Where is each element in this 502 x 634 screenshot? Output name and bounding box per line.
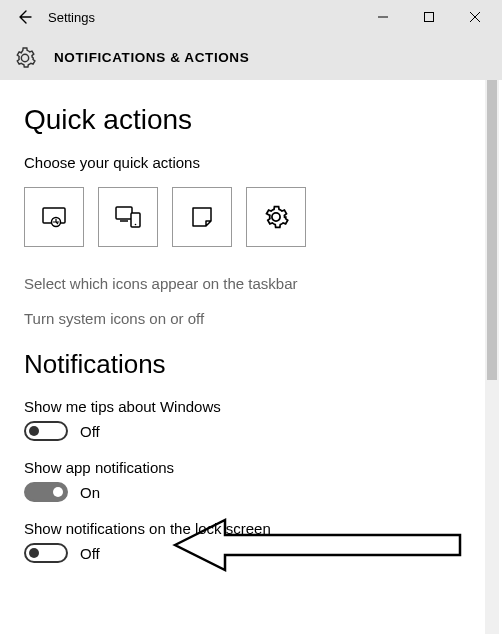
quick-action-tablet-mode[interactable] (24, 187, 84, 247)
scrollbar-thumb[interactable] (487, 80, 497, 380)
maximize-button[interactable] (406, 0, 452, 34)
back-arrow-icon (15, 8, 33, 26)
quick-action-tiles (24, 187, 460, 247)
gear-icon (14, 47, 36, 69)
close-button[interactable] (452, 0, 498, 34)
content-area: Quick actions Choose your quick actions (0, 80, 484, 634)
maximize-icon (423, 11, 435, 23)
setting-tips: Show me tips about Windows Off (24, 398, 460, 441)
toggle-tips[interactable] (24, 421, 68, 441)
choose-quick-actions-label: Choose your quick actions (24, 154, 460, 171)
link-system-icons[interactable]: Turn system icons on or off (24, 310, 460, 327)
settings-gear-icon (262, 203, 290, 231)
quick-action-connect[interactable] (98, 187, 158, 247)
svg-point-7 (135, 224, 137, 226)
connect-icon (113, 202, 143, 232)
toggle-state-label: Off (80, 423, 100, 440)
svg-rect-1 (425, 13, 434, 22)
quick-actions-heading: Quick actions (24, 104, 460, 136)
setting-lock-screen-notifications: Show notifications on the lock screen Of… (24, 520, 460, 563)
minimize-icon (377, 11, 389, 23)
breadcrumb: NOTIFICATIONS & ACTIONS (54, 50, 249, 65)
setting-app-notifications: Show app notifications On (24, 459, 460, 502)
link-taskbar-icons[interactable]: Select which icons appear on the taskbar (24, 275, 460, 292)
minimize-button[interactable] (360, 0, 406, 34)
setting-label: Show me tips about Windows (24, 398, 460, 415)
svg-rect-4 (116, 207, 132, 219)
toggle-state-label: On (80, 484, 100, 501)
header-bar: NOTIFICATIONS & ACTIONS (0, 34, 502, 80)
toggle-lock-screen[interactable] (24, 543, 68, 563)
back-button[interactable] (4, 0, 44, 34)
toggle-state-label: Off (80, 545, 100, 562)
tablet-mode-icon (39, 202, 69, 232)
setting-label: Show notifications on the lock screen (24, 520, 460, 537)
window-title: Settings (44, 10, 360, 25)
quick-action-note[interactable] (172, 187, 232, 247)
quick-action-all-settings[interactable] (246, 187, 306, 247)
scrollbar-track[interactable] (485, 80, 499, 634)
close-icon (469, 11, 481, 23)
notifications-heading: Notifications (24, 349, 460, 380)
note-icon (188, 203, 216, 231)
toggle-app-notifications[interactable] (24, 482, 68, 502)
setting-label: Show app notifications (24, 459, 460, 476)
title-bar: Settings (0, 0, 502, 34)
